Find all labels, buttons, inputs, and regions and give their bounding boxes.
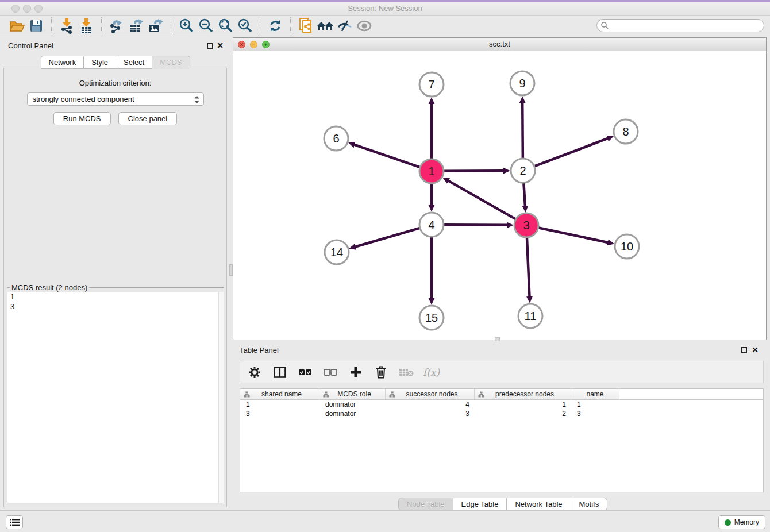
open-session-icon[interactable] [7, 17, 26, 35]
zoom-fit-icon[interactable] [215, 17, 235, 35]
select-all-icon[interactable] [297, 364, 314, 381]
tab-node-table[interactable]: Node Table [398, 498, 453, 511]
show-panels-button[interactable] [6, 515, 23, 529]
optimization-criterion-label: Optimization criterion: [4, 79, 226, 87]
search-input[interactable] [596, 19, 764, 32]
horizontal-splitter-handle[interactable] [495, 337, 500, 341]
flag-column-icon [244, 391, 250, 398]
graph-edge-2-3[interactable] [523, 183, 525, 206]
graph-node-label-14: 14 [330, 246, 343, 259]
tab-mcds[interactable]: MCDS [152, 56, 190, 69]
add-row-icon[interactable] [347, 364, 364, 381]
network-graph[interactable]: 7968124314101511 [233, 51, 766, 340]
maximize-network-icon[interactable]: + [262, 41, 270, 48]
graph-edge-3-1[interactable] [448, 180, 515, 219]
first-neighbors-icon[interactable] [315, 17, 335, 35]
mcds-result-text[interactable]: 1 3 [7, 292, 224, 503]
import-network-icon[interactable] [57, 17, 76, 35]
graph-edge-2-8[interactable] [535, 138, 609, 166]
run-mcds-button[interactable]: Run MCDS [53, 112, 111, 125]
column-header-shared-name[interactable]: shared name [240, 389, 319, 399]
column-header-predecessor-nodes[interactable]: predecessor nodes [475, 389, 571, 399]
close-network-icon[interactable]: ✕ [238, 41, 245, 48]
export-image-icon[interactable] [146, 17, 165, 35]
window-titlebar: Session: New Session [0, 2, 770, 16]
tab-style[interactable]: Style [84, 56, 116, 69]
memory-button[interactable]: Memory [718, 515, 765, 529]
search-icon [600, 21, 609, 29]
toolbar-separator [171, 17, 171, 34]
refresh-icon[interactable] [265, 17, 285, 35]
node-table[interactable]: shared name MCDS role successor nodes pr… [240, 388, 764, 492]
result-scrollbar[interactable] [218, 292, 224, 503]
cell-predecessor-nodes[interactable]: 1 [475, 400, 571, 409]
chevron-up-down-icon [193, 95, 201, 105]
close-window-button[interactable] [11, 5, 20, 13]
search-field-wrap [596, 19, 764, 32]
cell-shared-name[interactable]: 1 [240, 400, 319, 409]
criterion-select[interactable]: strongly connected component [27, 92, 204, 106]
import-table-icon[interactable] [76, 17, 96, 35]
close-panel-icon[interactable]: ✕ [217, 41, 224, 50]
export-table-icon[interactable] [126, 17, 146, 35]
delete-row-icon[interactable] [372, 364, 390, 381]
float-panel-icon[interactable] [207, 43, 213, 49]
cell-successor-nodes[interactable]: 4 [386, 400, 475, 409]
close-panel-button[interactable]: Close panel [118, 112, 178, 125]
cell-mcds-role[interactable]: dominator [319, 400, 386, 409]
graph-node-label-8: 8 [622, 125, 629, 138]
cell-name[interactable]: 3 [571, 409, 619, 418]
show-all-icon[interactable] [355, 17, 374, 35]
unselect-all-icon[interactable] [322, 364, 339, 381]
tab-network[interactable]: Network [40, 56, 84, 69]
tab-network-table[interactable]: Network Table [507, 498, 571, 511]
tab-select[interactable]: Select [116, 56, 152, 69]
cell-successor-nodes[interactable]: 3 [386, 409, 475, 418]
new-network-from-selection-icon[interactable] [296, 17, 315, 35]
tab-edge-table[interactable]: Edge Table [453, 498, 507, 511]
graph-edge-2-9[interactable] [522, 102, 523, 158]
network-window-titlebar[interactable]: ✕ − + scc.txt [233, 38, 766, 51]
zoom-in-icon[interactable] [176, 17, 196, 35]
function-builder-icon[interactable]: f(x) [423, 367, 440, 378]
delete-table-icon[interactable] [398, 364, 415, 381]
graph-edge-1-6[interactable] [354, 145, 419, 167]
minimize-network-icon[interactable]: − [250, 41, 257, 48]
hide-selected-icon[interactable] [335, 17, 355, 35]
float-table-panel-icon[interactable] [741, 347, 747, 353]
cell-shared-name[interactable]: 3 [240, 409, 319, 418]
column-header-successor-nodes[interactable]: successor nodes [386, 389, 475, 399]
table-row[interactable]: 3 dominator 3 2 3 [240, 409, 763, 418]
graph-node-label-4: 4 [428, 218, 434, 231]
zoom-window-button[interactable] [34, 5, 43, 13]
cell-predecessor-nodes[interactable]: 2 [475, 409, 571, 418]
tab-motifs[interactable]: Motifs [571, 498, 608, 511]
graph-node-label-7: 7 [428, 78, 434, 91]
split-panel-icon[interactable] [271, 364, 288, 381]
network-window-title: scc.txt [233, 38, 766, 51]
export-network-icon[interactable] [107, 17, 126, 35]
toolbar-separator [260, 17, 260, 34]
zoom-out-icon[interactable] [196, 17, 215, 35]
column-header-name[interactable]: name [571, 389, 619, 399]
graph-node-label-3: 3 [523, 219, 529, 232]
save-session-icon[interactable] [26, 17, 46, 35]
graph-edge-3-10[interactable] [539, 228, 609, 243]
graph-node-label-9: 9 [519, 77, 525, 90]
settings-gear-icon[interactable] [246, 364, 263, 381]
graph-edge-1-2[interactable] [444, 171, 504, 171]
minimize-window-button[interactable] [23, 5, 31, 13]
graph-edge-4-14[interactable] [355, 228, 419, 247]
network-view-window: ✕ − + scc.txt 7968124314101511 [233, 37, 767, 340]
graph-edge-3-11[interactable] [527, 238, 530, 297]
table-row[interactable]: 1 dominator 4 1 1 [240, 400, 763, 409]
column-header-mcds-role[interactable]: MCDS role [319, 389, 386, 399]
cell-name[interactable]: 1 [571, 400, 619, 409]
window-title: Session: New Session [0, 2, 770, 15]
cell-mcds-role[interactable]: dominator [319, 409, 386, 418]
zoom-selected-icon[interactable] [235, 17, 255, 35]
close-table-panel-icon[interactable]: ✕ [752, 345, 759, 354]
graph-node-label-15: 15 [425, 311, 438, 324]
table-tabs: Node Table Edge Table Network Table Moti… [398, 498, 607, 511]
graph-edge-4-3[interactable] [444, 225, 507, 225]
